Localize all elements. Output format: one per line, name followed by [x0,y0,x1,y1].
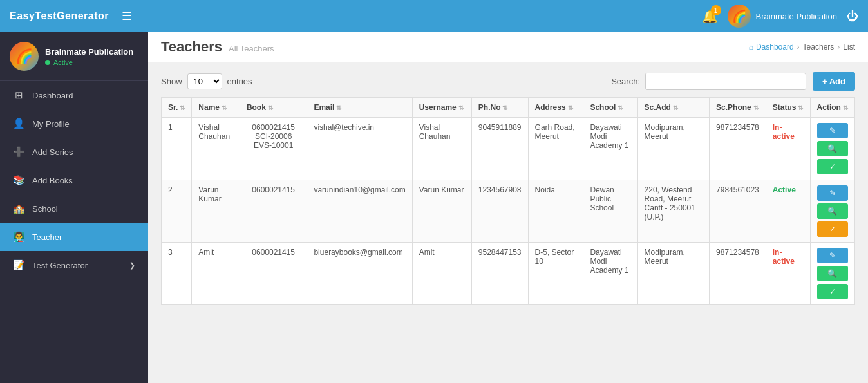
cell-status: In-active [766,118,810,180]
show-entries-control: Show 10 25 50 100 entries [161,73,252,89]
edit-button[interactable]: ✎ [817,248,848,263]
power-icon[interactable]: ⏻ [847,10,858,23]
status-toggle-button[interactable]: ✓ [817,284,848,299]
notification-badge: 1 [711,5,721,15]
action-buttons: ✎ 🔍 ✓ [817,248,848,299]
col-email: Email⇅ [307,98,412,118]
cell-email: vishal@techive.in [307,118,412,180]
sidebar-item-label: Add Books [32,176,73,185]
sort-icon[interactable]: ⇅ [502,104,507,111]
cell-name: Vishal Chauhan [192,118,240,180]
status-badge: In-active [773,248,795,266]
cell-address: D-5, Sector 10 [528,243,583,305]
status-badge: In-active [773,123,795,141]
sidebar-item-label: Test Generator [32,261,88,270]
sidebar-item-label: Add Series [32,147,73,157]
sort-icon[interactable]: ⇅ [458,104,464,111]
view-button[interactable]: 🔍 [817,203,848,219]
cell-book: 0600021415 [240,180,307,243]
profile-icon: 👤 [13,118,24,129]
cell-sr: 3 [162,243,192,305]
cell-sc-phone: 9871234578 [710,243,766,305]
navbar-left: EasyTestGenerator ☰ [10,9,132,23]
status-badge: Active [773,185,796,194]
sort-icon[interactable]: ⇅ [336,104,341,111]
sidebar-profile: 🌈 Brainmate Publication Active [0,32,148,81]
breadcrumb-list: List [843,42,855,51]
sort-icon[interactable]: ⇅ [753,104,759,111]
sidebar-avatar: 🌈 [10,42,39,71]
sort-icon[interactable]: ⇅ [268,104,273,111]
status-toggle-button[interactable]: ✓ [817,159,848,174]
sort-icon[interactable]: ⇅ [180,104,185,111]
search-input[interactable] [645,73,806,90]
cell-status: Active [766,180,810,243]
cell-sc-phone: 7984561023 [710,180,766,243]
navbar-user-info[interactable]: 🌈 Brainmate Publication [728,5,837,28]
page-title-area: Teachers All Teachers [161,39,274,55]
sidebar-item-add-books[interactable]: 📚 Add Books [0,166,148,194]
col-username: Username⇅ [412,98,471,118]
show-label: Show [161,77,182,86]
sidebar-item-my-profile[interactable]: 👤 My Profile [0,109,148,138]
navbar-avatar: 🌈 [728,5,751,28]
notification-bell[interactable]: 🔔 1 [702,8,718,24]
main-content: Teachers All Teachers ⌂ Dashboard › Teac… [148,32,868,383]
cell-school: Dayawati Modi Academy 1 [583,243,637,305]
sort-icon[interactable]: ⇅ [618,104,623,111]
sort-icon[interactable]: ⇅ [798,104,803,111]
sort-icon[interactable]: ⇅ [568,104,573,111]
edit-button[interactable]: ✎ [817,185,848,201]
cell-school: Dayawati Modi Academy 1 [583,118,637,180]
page-title: Teachers [161,39,222,55]
table-body: 1 Vishal Chauhan 0600021415 SCI-20006 EV… [162,118,855,305]
cell-username: Vishal Chauhan [412,118,471,180]
sidebar-item-school[interactable]: 🏫 School [0,194,148,223]
sort-icon[interactable]: ⇅ [222,104,227,111]
sort-icon[interactable]: ⇅ [673,104,678,111]
app-brand: EasyTestGenerator [10,10,109,22]
view-button[interactable]: 🔍 [817,266,848,281]
sort-icon[interactable]: ⇅ [843,104,848,111]
add-teacher-button[interactable]: + Add [813,72,855,91]
books-icon: 📚 [13,174,24,186]
sidebar-item-dashboard[interactable]: ⊞ Dashboard [0,81,148,109]
top-navbar: EasyTestGenerator ☰ 🔔 1 🌈 Brainmate Publ… [0,0,868,32]
cell-phno: 9045911889 [471,118,528,180]
sidebar-item-add-series[interactable]: ➕ Add Series [0,138,148,166]
col-school: School⇅ [583,98,637,118]
page-subtitle: All Teachers [229,44,274,53]
view-button[interactable]: 🔍 [817,141,848,156]
cell-username: Amit [412,243,471,305]
edit-button[interactable]: ✎ [817,123,848,138]
entries-label: entries [227,77,252,86]
cell-sr: 1 [162,118,192,180]
col-phno: Ph.No⇅ [471,98,528,118]
breadcrumb-dashboard[interactable]: ⌂ Dashboard [749,42,794,51]
cell-action: ✎ 🔍 ✓ [810,180,854,243]
col-action: Action⇅ [810,98,854,118]
table-controls: Show 10 25 50 100 entries Search: + Add [161,72,855,91]
cell-status: In-active [766,243,810,305]
cell-action: ✎ 🔍 ✓ [810,243,854,305]
sidebar-item-label: My Profile [32,119,70,129]
breadcrumb-bar: Teachers All Teachers ⌂ Dashboard › Teac… [148,32,868,62]
cell-book: 0600021415 [240,243,307,305]
chevron-right-icon: ❯ [129,261,135,270]
col-address: Address⇅ [528,98,583,118]
col-book: Book⇅ [240,98,307,118]
status-toggle-button[interactable]: ✓ [817,221,848,237]
sidebar-item-test-generator[interactable]: 📝 Test Generator ❯ [0,251,148,279]
teachers-table: Sr.⇅ Name⇅ Book⇅ Email⇅ Username⇅ Ph.No⇅… [161,97,855,305]
sidebar-item-teacher[interactable]: 👨‍🏫 Teacher [0,223,148,251]
table-wrapper: Sr.⇅ Name⇅ Book⇅ Email⇅ Username⇅ Ph.No⇅… [161,97,855,305]
cell-name: Varun Kumar [192,180,240,243]
sidebar-item-label: Teacher [32,232,62,242]
sidebar-username: Brainmate Publication [45,47,133,57]
search-label: Search: [611,77,640,86]
cell-book: 0600021415 SCI-20006 EVS-10001 [240,118,307,180]
hamburger-icon[interactable]: ☰ [122,9,132,23]
cell-school: Dewan Public School [583,180,637,243]
entries-select[interactable]: 10 25 50 100 [187,73,222,89]
teacher-icon: 👨‍🏫 [13,231,24,243]
